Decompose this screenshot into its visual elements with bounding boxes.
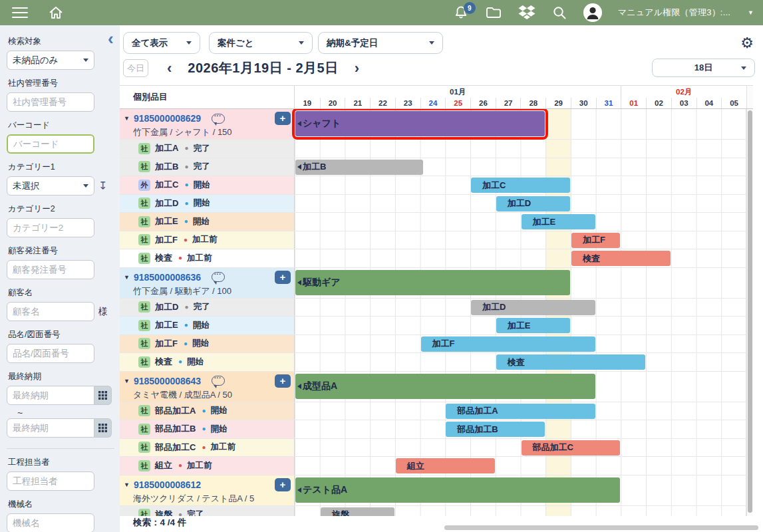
gantt-bar-加工F[interactable]: 加工F [421,336,595,352]
home-icon[interactable] [48,5,64,21]
item-no-input[interactable] [7,344,94,363]
barcode-input[interactable] [7,134,94,154]
comment-bubble-icon[interactable] [212,114,225,124]
gantt-bar-加工F[interactable]: 加工F [571,233,620,248]
item-group-header[interactable]: ▼9185000008612+海外ツクリダス / テスト品A / 5 [120,475,295,505]
grouping-filter-dropdown[interactable]: 案件ごと [209,32,313,54]
process-type-badge: 社 [138,301,150,313]
top-nav-bar: 9 マニュアル権限（管理3）:... ▼ [0,0,763,25]
machine-name-input[interactable] [7,513,94,532]
notifications-bell-icon[interactable]: 9 [453,5,469,21]
final-due-from-input[interactable] [7,386,94,405]
gantt-bar-検査[interactable]: 検査 [571,251,671,266]
process-info[interactable]: 社加工E●開始 [120,317,295,334]
internal-no-input[interactable] [7,92,94,112]
calendar-icon[interactable] [94,418,112,438]
collapse-triangle-icon[interactable]: ▼ [124,115,130,122]
user-avatar[interactable] [583,3,602,22]
process-info[interactable]: 社部品加工B●開始 [120,420,295,438]
search-icon[interactable] [551,5,567,21]
add-process-button[interactable]: + [275,374,291,388]
next-period-icon[interactable]: › [355,62,359,75]
process-info[interactable]: 社加工D●完了 [120,299,295,317]
sidebar-collapse-icon[interactable]: ‹ [108,32,114,45]
status-dot-icon: ● [184,237,188,243]
today-button[interactable]: 今日 [123,59,148,77]
dropbox-icon[interactable] [518,5,535,21]
collapse-triangle-icon[interactable]: ▼ [124,274,130,281]
vertical-scrollbar[interactable] [746,109,753,516]
process-info[interactable]: 社加工A●完了 [120,140,295,158]
gantt-bar-組立[interactable]: 組立 [396,458,495,473]
gantt-bar-テスト品A[interactable]: テスト品A [295,477,620,503]
process-type-badge: 外 [138,180,150,191]
process-info[interactable]: 社加工B●完了 [120,158,295,176]
user-menu-caret-icon[interactable]: ▼ [748,9,754,16]
process-info[interactable]: 社検査●開始 [120,353,295,371]
vertical-scrollbar-thumb[interactable] [748,110,752,513]
horizontal-scrollbar-thumb[interactable] [444,525,758,530]
gantt-bar-シャフト[interactable]: シャフト [295,111,545,136]
process-manager-input[interactable] [7,471,94,491]
collapse-triangle-icon[interactable]: ▼ [124,481,130,488]
add-process-button[interactable]: + [275,112,291,125]
calendar-icon[interactable] [94,386,112,405]
process-info[interactable]: 社部品加工A●開始 [120,402,295,420]
bar-label: 加工F [421,338,455,350]
process-name: 組立 [155,460,172,471]
process-info[interactable]: 社組立●加工前 [120,457,295,475]
gantt-bar-加工D[interactable]: 加工D [471,300,595,315]
process-info[interactable]: 社加工D●開始 [120,195,295,213]
process-info[interactable]: 社加工F●加工前 [120,231,295,249]
hamburger-menu-icon[interactable] [12,7,28,18]
gantt-bar-加工D[interactable]: 加工D [496,196,570,211]
process-info[interactable]: 社加工E●開始 [120,213,295,231]
item-number-link[interactable]: 9185000008643 [134,376,201,386]
chevron-down-icon [186,41,192,45]
gantt-bar-部品加工C[interactable]: 部品加工C [522,440,621,456]
status-dot-icon: ● [202,444,206,451]
day-header-31: 31 [596,98,621,108]
category2-input[interactable] [7,218,94,237]
process-name: 加工F [155,338,178,350]
item-number-link[interactable]: 9185000008612 [134,479,201,490]
display-filter-dropdown[interactable]: 全て表示 [123,32,200,54]
category1-select[interactable]: 未選択 [7,176,94,196]
gantt-bar-旋盤[interactable]: 旋盤 [321,507,394,517]
gantt-bar-部品加工B[interactable]: 部品加工B [446,422,545,437]
gantt-bar-部品加工A[interactable]: 部品加工A [446,404,595,419]
period-length-dropdown[interactable]: 18日 [652,59,755,77]
collapse-triangle-icon[interactable]: ▼ [124,378,130,384]
item-number-link[interactable]: 9185000008636 [134,272,201,283]
add-process-button[interactable]: + [275,478,291,491]
customer-name-input[interactable] [7,302,94,321]
search-target-select[interactable]: 未納品のみ [7,51,94,70]
date-mode-filter-dropdown[interactable]: 納期&予定日 [318,32,443,54]
files-folder-icon[interactable] [485,5,502,21]
gantt-bar-加工E[interactable]: 加工E [496,318,570,333]
gantt-bar-加工B[interactable]: 加工B [295,160,423,175]
item-group-header[interactable]: ▼9185000008643+タミヤ電機 / 成型品A / 50 [120,372,295,402]
process-info[interactable]: 社検査●加工前 [120,249,295,267]
process-info[interactable]: 社加工F●開始 [120,335,295,353]
process-info[interactable]: 外加工C●開始 [120,176,295,194]
comment-bubble-icon[interactable] [212,272,225,282]
gantt-bar-駆動ギア[interactable]: 駆動ギア [295,270,570,295]
item-number-link[interactable]: 9185000008629 [134,113,201,124]
gantt-bar-検査[interactable]: 検査 [496,354,645,370]
add-process-button[interactable]: + [275,271,291,284]
arrow-down-bar-icon[interactable]: ↧ [98,180,107,192]
process-status: 完了 [187,509,204,516]
item-group-header[interactable]: ▼9185000008629+竹下金属 / シャフト / 150 [120,109,295,139]
process-info[interactable]: 社旋盤●完了 [120,506,295,517]
gantt-bar-加工E[interactable]: 加工E [522,214,595,229]
prev-period-icon[interactable]: ‹ [167,62,172,75]
customer-order-no-input[interactable] [7,260,94,279]
comment-bubble-icon[interactable] [212,376,225,386]
gantt-bar-成型品A[interactable]: 成型品A [295,374,595,399]
settings-gear-icon[interactable]: ⚙ [740,36,754,51]
final-due-to-input[interactable] [7,418,94,438]
item-group-header[interactable]: ▼9185000008636+竹下金属 / 駆動ギア / 100 [120,268,295,298]
gantt-bar-加工C[interactable]: 加工C [471,178,570,193]
process-info[interactable]: 社部品加工C●加工前 [120,439,295,457]
